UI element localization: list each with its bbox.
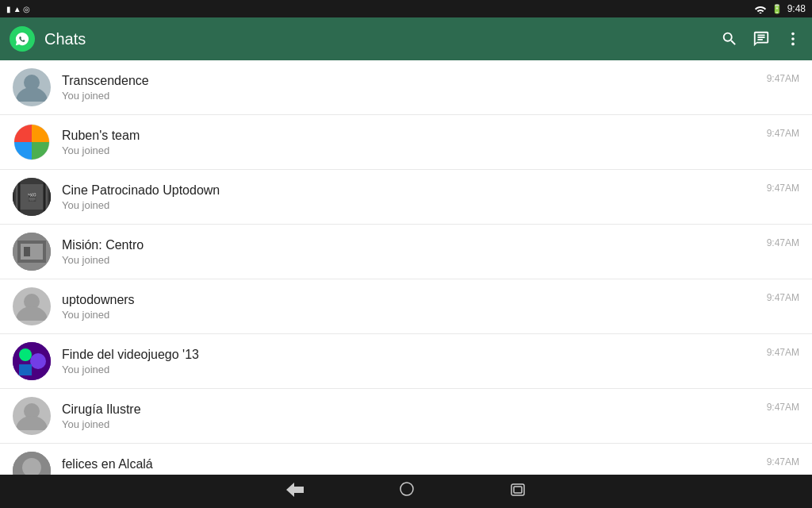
chat-content: Ruben's teamYou joined	[62, 129, 767, 156]
page-title: Chats	[44, 30, 720, 48]
svg-text:🎬: 🎬	[27, 192, 37, 202]
home-button[interactable]	[399, 482, 415, 502]
notification-icons: ▮ ▲ ◎	[6, 5, 30, 13]
chat-content: Finde del videojuego '13You joined	[62, 348, 767, 375]
svg-point-1	[791, 33, 795, 36]
chat-avatar	[13, 452, 51, 475]
chat-item[interactable]: TranscendenceYou joined9:47AM	[0, 60, 812, 115]
chat-preview: You joined	[62, 199, 767, 211]
chat-avatar: 🎬	[13, 178, 51, 216]
chat-time: 9:47AM	[767, 233, 799, 248]
battery-icon: 🔋	[772, 4, 783, 14]
chat-preview: You joined	[62, 144, 767, 156]
wifi-icon	[754, 4, 767, 13]
chat-content: felices en AlcaláYou joined	[62, 457, 767, 475]
compose-button[interactable]	[752, 29, 771, 48]
svg-point-20	[30, 353, 46, 369]
chat-time: 9:47AM	[767, 178, 799, 194]
chat-name: Misión: Centro	[62, 238, 767, 252]
chat-item[interactable]: uptodownersYou joined9:47AM	[0, 279, 812, 334]
chat-content: Cirugía IlustreYou joined	[62, 402, 767, 430]
chat-time: 9:47AM	[767, 342, 799, 358]
top-bar-actions	[720, 29, 802, 48]
app-logo	[10, 26, 35, 52]
chat-item[interactable]: Finde del videojuego '13You joined9:47AM	[0, 334, 812, 389]
chat-avatar	[13, 233, 51, 271]
chat-item[interactable]: Misión: CentroYou joined9:47AM	[0, 225, 812, 279]
chat-avatar	[13, 287, 51, 325]
status-bar-right: 🔋 9:48	[754, 3, 806, 14]
chat-avatar	[13, 68, 51, 106]
status-bar-left: ▮ ▲ ◎	[6, 5, 30, 13]
chat-time: 9:47AM	[767, 68, 799, 84]
chat-content: Cine Patrocinado UptodownYou joined	[62, 183, 767, 211]
svg-rect-16	[24, 247, 30, 256]
chat-name: Ruben's team	[62, 129, 767, 143]
search-button[interactable]	[720, 29, 739, 48]
svg-point-19	[19, 348, 32, 361]
svg-point-2	[791, 37, 795, 40]
chat-preview: You joined	[62, 364, 767, 375]
chat-name: Finde del videojuego '13	[62, 348, 767, 362]
chat-avatar	[13, 397, 51, 435]
clock: 9:48	[787, 3, 806, 14]
svg-rect-33	[514, 487, 522, 493]
chat-list: TranscendenceYou joined9:47AM Ruben's te…	[0, 60, 812, 475]
back-button[interactable]	[286, 483, 304, 501]
chat-item[interactable]: Ruben's teamYou joined9:47AM	[0, 115, 812, 170]
chat-time: 9:47AM	[767, 452, 799, 468]
bottom-nav	[0, 475, 812, 508]
svg-point-0	[759, 13, 761, 14]
chat-content: Misión: CentroYou joined	[62, 238, 767, 266]
chat-avatar	[13, 123, 51, 161]
chat-time: 9:47AM	[767, 397, 799, 413]
chat-name: Cirugía Ilustre	[62, 402, 767, 417]
recents-button[interactable]	[510, 483, 526, 501]
chat-time: 9:47AM	[767, 287, 799, 303]
chat-preview: You joined	[62, 254, 767, 266]
chat-preview: You joined	[62, 90, 767, 102]
svg-point-3	[791, 43, 795, 46]
chat-content: TranscendenceYou joined	[62, 74, 767, 102]
chat-name: Cine Patrocinado Uptodown	[62, 183, 767, 198]
status-bar: ▮ ▲ ◎ 🔋 9:48	[0, 0, 812, 17]
chat-preview: You joined	[62, 309, 767, 321]
top-bar: Chats	[0, 17, 812, 60]
chat-name: felices en Alcalá	[62, 457, 767, 471]
chat-name: Transcendence	[62, 74, 767, 88]
chat-time: 9:47AM	[767, 123, 799, 139]
more-options-button[interactable]	[783, 29, 802, 48]
chat-name: uptodowners	[62, 293, 767, 307]
chat-item[interactable]: 🎬 Cine Patrocinado UptodownYou joined9:4…	[0, 170, 812, 225]
chat-content: uptodownersYou joined	[62, 293, 767, 321]
chat-preview: You joined	[62, 418, 767, 430]
chat-item[interactable]: Cirugía IlustreYou joined9:47AM	[0, 389, 812, 444]
chat-avatar	[13, 342, 51, 380]
chat-item[interactable]: felices en AlcaláYou joined9:47AM	[0, 444, 812, 475]
svg-rect-21	[19, 364, 32, 375]
